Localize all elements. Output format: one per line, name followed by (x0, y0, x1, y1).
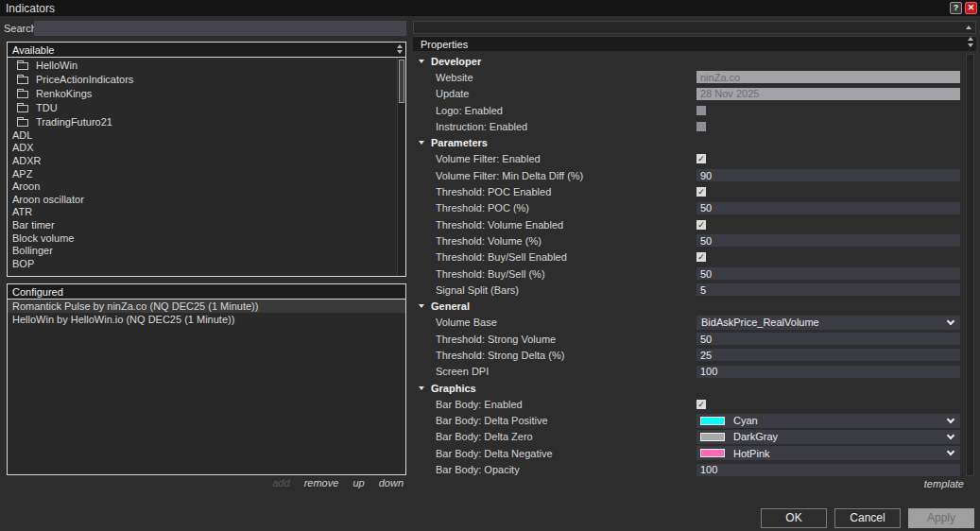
scroll-up-icon[interactable] (397, 44, 403, 48)
available-scrollbar-thumb[interactable] (399, 60, 404, 103)
titlebar: Indicators ? ✕ (0, 0, 980, 16)
property-input[interactable] (696, 464, 960, 476)
available-indicator-item[interactable]: Aroon oscillator (8, 193, 405, 206)
configured-list-body: Romantick Pulse by ninZa.co (NQ DEC25 (1… (8, 300, 405, 473)
available-indicator-item[interactable]: ADXR (8, 154, 405, 167)
add-link[interactable]: add (272, 477, 289, 488)
property-row: Screen DPI (413, 364, 961, 380)
search-input[interactable] (34, 21, 406, 36)
color-swatch (700, 417, 725, 425)
available-folder-item[interactable]: HelloWin (8, 58, 405, 72)
scroll-down-icon[interactable] (397, 50, 403, 54)
property-value: DarkGray (696, 430, 960, 444)
property-section-header[interactable]: General (413, 298, 961, 314)
collapse-icon[interactable] (419, 60, 424, 63)
property-section-header[interactable]: Developer (413, 53, 961, 69)
available-item-label: RenkoKings (36, 88, 92, 99)
property-input[interactable] (696, 333, 960, 345)
property-row: Bar Body: Opacity (413, 461, 961, 477)
color-dropdown[interactable]: HotPink (696, 446, 960, 460)
available-item-label: Aroon oscillator (12, 194, 84, 205)
available-indicator-item[interactable]: Aroon (8, 180, 405, 193)
color-dropdown[interactable]: DarkGray (696, 430, 960, 444)
property-value (696, 169, 960, 181)
property-value: BidAskPrice_RealVolume (696, 316, 960, 330)
property-checkbox[interactable]: ✓ (696, 400, 706, 409)
collapse-icon[interactable] (419, 141, 424, 145)
remove-link[interactable]: remove (304, 477, 339, 488)
available-indicator-item[interactable]: ADL (8, 128, 405, 142)
close-button[interactable]: ✕ (965, 2, 977, 14)
property-dropdown[interactable]: BidAskPrice_RealVolume (696, 316, 960, 330)
collapse-icon[interactable] (419, 304, 424, 308)
property-label: Bar Body: Delta Zero (413, 431, 533, 442)
available-indicator-item[interactable]: ATR (8, 206, 405, 219)
available-indicator-item[interactable]: Bar timer (8, 218, 405, 231)
property-checkbox[interactable]: ✓ (696, 154, 706, 163)
chevron-down-icon (947, 317, 954, 325)
available-indicator-item[interactable]: BOP (8, 257, 405, 270)
down-link[interactable]: down (379, 477, 404, 488)
property-row: Logo: Enabled (413, 102, 961, 118)
collapse-icon[interactable] (419, 386, 424, 390)
property-row: Threshold: POC Enabled✓ (413, 183, 961, 199)
property-input[interactable] (696, 234, 960, 247)
configured-item[interactable]: Romantick Pulse by ninZa.co (NQ DEC25 (1… (8, 300, 405, 313)
property-row: Volume BaseBidAskPrice_RealVolume (413, 315, 961, 331)
help-button[interactable]: ? (950, 2, 962, 14)
indicators-dialog: Indicators ? ✕ Search Available HelloWin… (0, 0, 980, 531)
property-input[interactable] (696, 349, 960, 361)
property-input[interactable] (696, 366, 960, 378)
available-indicator-item[interactable]: Bollinger (8, 244, 405, 257)
property-checkbox[interactable]: ✓ (696, 187, 706, 197)
property-label: Instruction: Enabled (413, 121, 527, 132)
property-checkbox[interactable]: ✓ (696, 252, 706, 262)
property-label: Bar Body: Delta Positive (413, 415, 548, 426)
available-indicator-item[interactable]: ADX (8, 142, 405, 155)
scroll-down-icon[interactable] (968, 43, 973, 47)
ok-button[interactable]: OK (761, 508, 827, 528)
available-scroll-buttons[interactable] (397, 44, 403, 54)
property-label: Threshold: Volume (%) (413, 235, 542, 247)
available-item-label: BOP (12, 258, 34, 269)
template-link[interactable]: template (924, 478, 964, 489)
property-input[interactable] (696, 283, 960, 296)
properties-scrollbar-thumb[interactable] (967, 55, 973, 149)
available-scrollbar[interactable] (397, 58, 405, 275)
property-value: HotPink (696, 446, 960, 460)
property-row: Bar Body: Enabled✓ (413, 396, 961, 412)
dropdown-value: HotPink (725, 448, 770, 459)
available-folder-item[interactable]: TDU (8, 100, 405, 114)
property-input[interactable] (696, 202, 960, 214)
available-folder-item[interactable]: RenkoKings (8, 86, 405, 100)
property-label: Threshold: Buy/Sell Enabled (413, 251, 567, 263)
property-section-header[interactable]: Graphics (413, 380, 961, 396)
apply-button[interactable]: Apply (908, 508, 974, 528)
property-checkbox[interactable] (696, 106, 706, 115)
folder-icon (17, 91, 28, 98)
property-row: Threshold: Volume Enabled✓ (413, 216, 961, 232)
property-checkbox[interactable]: ✓ (696, 220, 706, 230)
configured-item[interactable]: HelloWin by HelloWin.io (NQ DEC25 (1 Min… (8, 313, 405, 326)
available-folder-item[interactable]: TradingFuturo21 (8, 114, 405, 128)
scroll-up-icon[interactable] (966, 26, 971, 29)
available-folder-item[interactable]: PriceActionIndicators (8, 72, 405, 86)
properties-scrollbar[interactable] (966, 54, 974, 476)
property-checkbox[interactable] (696, 122, 706, 131)
property-section-header[interactable]: Parameters (413, 134, 961, 150)
available-indicator-item[interactable]: Block volume (8, 231, 405, 245)
properties-header-label: Properties (421, 39, 468, 50)
property-label: Threshold: Buy/Sell (%) (413, 268, 545, 280)
available-indicator-item[interactable]: APZ (8, 167, 405, 180)
properties-scroll-buttons[interactable] (968, 37, 973, 47)
dropdown-value: BidAskPrice_RealVolume (696, 317, 819, 328)
property-input[interactable] (696, 267, 960, 280)
up-link[interactable]: up (352, 477, 364, 488)
scroll-up-icon[interactable] (968, 37, 973, 41)
configured-item-label: HelloWin by HelloWin.io (NQ DEC25 (1 Min… (12, 314, 234, 325)
color-dropdown[interactable]: Cyan (696, 414, 960, 428)
property-input (696, 88, 960, 100)
property-input[interactable] (696, 169, 960, 181)
property-value (696, 366, 960, 378)
cancel-button[interactable]: Cancel (834, 508, 901, 528)
